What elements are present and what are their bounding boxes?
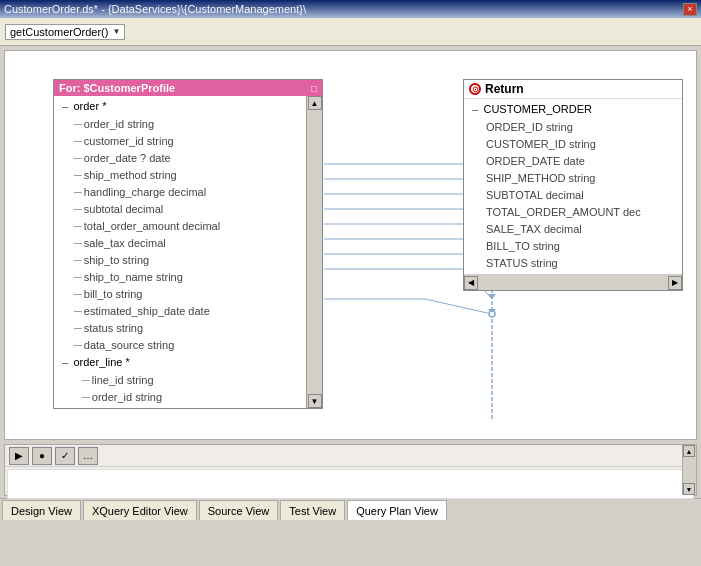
list-item: ─estimated_ship_date date xyxy=(54,303,306,320)
scroll-left-button[interactable]: ◀ xyxy=(464,276,478,290)
tree-label: order * xyxy=(73,100,106,112)
title-bar-text: CustomerOrder.ds* - {DataServices}\{Cust… xyxy=(4,3,306,15)
for-block-tree: ─ order * ─order_id string ─customer_id … xyxy=(54,96,322,408)
scroll-track-h xyxy=(478,276,668,290)
list-item: ORDER_ID string xyxy=(464,119,680,136)
bottom-panel-scrollbar[interactable]: ▲ ▼ xyxy=(682,445,696,495)
list-item: ─ order_line * xyxy=(54,354,306,372)
list-item: CUSTOMER_ID string xyxy=(464,136,680,153)
tree-label: order_line * xyxy=(73,356,129,368)
return-block: ⊙ Return ─ CUSTOMER_ORDER ORDER_ID strin… xyxy=(463,79,683,291)
main-canvas: For: $CustomerProfile □ ─ order * ─order… xyxy=(4,50,697,440)
list-item: BILL_TO string xyxy=(464,238,680,255)
list-item: ─order_id string xyxy=(54,389,306,406)
list-item: TOTAL_ORDER_AMOUNT dec xyxy=(464,204,680,221)
tab-label: Design View xyxy=(11,505,72,517)
play-button[interactable]: ▶ xyxy=(9,447,29,465)
tab-bar: Design View XQuery Editor View Source Vi… xyxy=(0,498,701,520)
tab-test-view[interactable]: Test View xyxy=(280,500,345,520)
list-item: SHIP_METHOD string xyxy=(464,170,680,187)
list-item: ─ship_to string xyxy=(54,252,306,269)
for-block-scrollbar[interactable]: ▲ ▼ xyxy=(306,96,322,408)
scroll-track xyxy=(683,457,696,483)
list-item: ─order_id string xyxy=(54,116,306,133)
list-item: ─ order * xyxy=(54,98,306,116)
for-block-header: For: $CustomerProfile □ xyxy=(54,80,322,96)
tree-label: CUSTOMER_ORDER xyxy=(483,103,592,115)
return-block-scrollbar-h[interactable]: ◀ ▶ xyxy=(464,274,682,290)
svg-marker-20 xyxy=(488,309,496,314)
title-bar: CustomerOrder.ds* - {DataServices}\{Cust… xyxy=(0,0,701,18)
svg-marker-17 xyxy=(488,294,496,299)
function-dropdown-label: getCustomerOrder() xyxy=(10,26,108,38)
return-block-title: Return xyxy=(485,82,524,96)
list-item: STATUS string xyxy=(464,255,680,272)
svg-point-28 xyxy=(489,311,495,317)
scroll-right-button[interactable]: ▶ xyxy=(668,276,682,290)
expand-icon[interactable]: ─ xyxy=(472,105,478,115)
tab-label: Query Plan View xyxy=(356,505,438,517)
list-item: SALE_TAX decimal xyxy=(464,221,680,238)
scroll-track xyxy=(308,110,322,394)
list-item: ─handling_charge decimal xyxy=(54,184,306,201)
tab-label: XQuery Editor View xyxy=(92,505,188,517)
list-item: ─ship_method string xyxy=(54,167,306,184)
list-item: ─customer_id string xyxy=(54,133,306,150)
for-block-title: For: $CustomerProfile xyxy=(59,82,175,94)
list-item: ─total_order_amount decimal xyxy=(54,218,306,235)
scroll-up-button[interactable]: ▲ xyxy=(683,445,695,457)
list-item: ─line_id string xyxy=(54,372,306,389)
return-block-tree: ─ CUSTOMER_ORDER ORDER_ID string CUSTOME… xyxy=(464,99,682,274)
list-item: ─ship_to_name string xyxy=(54,269,306,286)
expand-icon[interactable]: ─ xyxy=(62,358,68,368)
scroll-up-button[interactable]: ▲ xyxy=(308,96,322,110)
close-button[interactable]: × xyxy=(683,3,697,16)
list-item: ─order_date ? date xyxy=(54,150,306,167)
list-item: ─sale_tax decimal xyxy=(54,235,306,252)
check-button[interactable]: ✓ xyxy=(55,447,75,465)
chevron-down-icon: ▼ xyxy=(112,27,120,36)
list-item: SUBTOTAL decimal xyxy=(464,187,680,204)
toolbar: getCustomerOrder() ▼ xyxy=(0,18,701,46)
list-item: ─bill_to string xyxy=(54,286,306,303)
tab-label: Source View xyxy=(208,505,270,517)
tab-source-view[interactable]: Source View xyxy=(199,500,279,520)
scroll-down-button[interactable]: ▼ xyxy=(683,483,695,495)
tab-xquery-editor-view[interactable]: XQuery Editor View xyxy=(83,500,197,520)
tab-query-plan-view[interactable]: Query Plan View xyxy=(347,500,447,520)
scroll-down-button[interactable]: ▼ xyxy=(308,394,322,408)
more-button[interactable]: … xyxy=(78,447,98,465)
for-block: For: $CustomerProfile □ ─ order * ─order… xyxy=(53,79,323,409)
bottom-panel: ▶ ● ✓ … ▲ ▼ xyxy=(4,444,697,496)
return-block-header: ⊙ Return xyxy=(464,80,682,99)
list-item: ─ CUSTOMER_ORDER xyxy=(464,101,680,119)
svg-line-19 xyxy=(425,299,492,314)
bottom-content xyxy=(7,469,694,499)
for-block-collapse-icon[interactable]: □ xyxy=(311,83,317,94)
stop-button[interactable]: ● xyxy=(32,447,52,465)
expand-icon[interactable]: ─ xyxy=(62,102,68,112)
function-dropdown[interactable]: getCustomerOrder() ▼ xyxy=(5,24,125,40)
return-block-content: ─ CUSTOMER_ORDER ORDER_ID string CUSTOME… xyxy=(464,99,682,290)
tab-design-view[interactable]: Design View xyxy=(2,500,81,520)
list-item: ─data_source string xyxy=(54,337,306,354)
list-item: ORDER_DATE date xyxy=(464,153,680,170)
tab-label: Test View xyxy=(289,505,336,517)
list-item: ─status string xyxy=(54,320,306,337)
bottom-toolbar: ▶ ● ✓ … xyxy=(5,445,696,467)
list-item: ─subtotal decimal xyxy=(54,201,306,218)
return-icon: ⊙ xyxy=(469,83,481,95)
